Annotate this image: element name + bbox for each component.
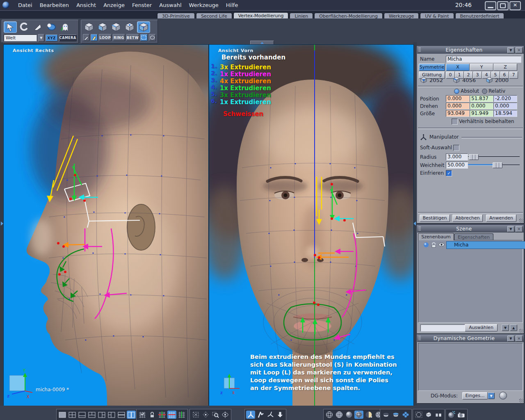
size-x-field[interactable]: 93.049	[446, 110, 470, 117]
lock-snap-button[interactable]	[148, 411, 157, 419]
keep-ratio-label[interactable]: Verhältnis beibehalten	[459, 119, 514, 124]
menu-bearbeiten[interactable]: Bearbeiten	[36, 1, 73, 9]
keep-ratio-checkbox[interactable]	[452, 119, 458, 125]
properties-panel-titlebar[interactable]: Eigenschaften ▼ ×	[417, 46, 524, 54]
rotate-y-field[interactable]: 0.000	[470, 103, 493, 110]
orbit-tool-button[interactable]	[45, 22, 57, 32]
betw-button[interactable]: BETW	[126, 34, 139, 41]
layout-two-rows-button[interactable]	[117, 411, 126, 419]
panel-resize-grip[interactable]	[519, 329, 523, 333]
layout-top-big-button[interactable]	[78, 411, 87, 419]
hiddenline-sphere-button[interactable]	[335, 411, 344, 419]
petal-cluster-button[interactable]	[401, 411, 410, 419]
duplicate-boxes-button[interactable]	[434, 411, 443, 419]
rotate-x-field[interactable]: 0.000	[446, 103, 470, 110]
soft-select-checkbox[interactable]	[453, 145, 459, 151]
panel-close-button[interactable]: ×	[516, 226, 523, 232]
freeze-checkbox[interactable]: ✓	[446, 170, 452, 176]
relative-label[interactable]: Relativ	[488, 88, 505, 94]
world-space-dropdown-icon[interactable]: ▼	[38, 34, 44, 42]
layout-quad-button[interactable]	[68, 411, 77, 419]
layout-top-split-button[interactable]	[87, 411, 96, 419]
dg-panel-titlebar[interactable]: Dynamische Geometrie ▼ ×	[417, 335, 524, 342]
world-space-select[interactable]: Welt	[4, 34, 37, 41]
ring-button[interactable]: RING	[113, 34, 125, 41]
light-sphere-button[interactable]	[447, 411, 456, 419]
look-at-button[interactable]	[221, 411, 230, 419]
loop-button[interactable]: LOOP	[99, 34, 112, 41]
scene-tree-area[interactable]: Micha	[418, 240, 523, 323]
maximize-button[interactable]	[497, 1, 509, 10]
drag-handle-icon[interactable]	[418, 336, 421, 341]
layout-two-cols-button[interactable]	[127, 411, 136, 419]
symmetry-x-button[interactable]: X	[446, 64, 470, 71]
layout-single-button[interactable]	[58, 411, 67, 419]
marquee-select-button[interactable]	[140, 34, 147, 41]
menu-werkzeuge[interactable]: Werkzeuge	[185, 1, 222, 9]
panel-close-button[interactable]: ×	[516, 47, 523, 53]
select-by-name-button[interactable]: Auswählen	[465, 324, 498, 331]
radius-input[interactable]: 3.000	[446, 153, 468, 160]
shaded-sphere-button[interactable]	[345, 411, 354, 419]
menu-auswahl[interactable]: Auswahl	[155, 1, 185, 9]
confirm-button[interactable]: Bestätigen	[420, 215, 450, 222]
paint-select-button[interactable]	[91, 34, 97, 41]
extruded-prism-button[interactable]	[424, 411, 433, 419]
scale-tool-button[interactable]	[32, 22, 44, 32]
viewport-front-view[interactable]: z X Ansicht Vorn Bereits vorhanden 1.3x …	[209, 44, 414, 406]
extrude-down-button[interactable]	[276, 411, 285, 419]
relative-radio[interactable]	[482, 89, 487, 94]
move-down-button[interactable]: ▼	[502, 324, 509, 331]
manipulator-scale-button[interactable]	[266, 411, 275, 419]
menu-anzeige[interactable]: Anzeige	[100, 1, 128, 9]
drag-handle-icon[interactable]	[418, 226, 421, 231]
rotate-z-field[interactable]: 0.000	[493, 103, 517, 110]
cancel-button[interactable]: Abbrechen	[452, 215, 483, 222]
halftone-sphere-button[interactable]	[364, 411, 373, 419]
position-y-field[interactable]: 51.837	[470, 95, 493, 102]
panel-resize-grip[interactable]	[519, 399, 523, 403]
radius-slider[interactable]	[468, 154, 520, 160]
menu-fenster[interactable]: Fenster	[128, 1, 155, 9]
move-up-button[interactable]: ▲	[510, 324, 517, 331]
softness-input[interactable]: 50.000	[446, 162, 468, 169]
panel-close-button[interactable]: ×	[516, 336, 523, 342]
bowl-open-button[interactable]	[381, 411, 390, 419]
scene-filter-input[interactable]	[420, 324, 466, 331]
smoothing-level-7[interactable]: 7	[509, 71, 518, 79]
scene-tree-tab[interactable]: Szenenbaum	[418, 233, 454, 240]
bowl-capped-button[interactable]	[391, 411, 400, 419]
fit-view-button[interactable]	[191, 411, 200, 419]
symmetry-button[interactable]: Symmetrie	[419, 64, 445, 71]
panel-collapse-button[interactable]: ▼	[507, 226, 514, 232]
grid-snap-button[interactable]	[138, 411, 147, 419]
minimize-button[interactable]	[485, 1, 496, 10]
camera-button[interactable]: CAMERA	[59, 34, 77, 41]
shaded-wire-sphere-button[interactable]	[354, 411, 363, 419]
lasso-select-button[interactable]	[149, 34, 156, 41]
menu-datei[interactable]: Datei	[14, 1, 36, 9]
viewport-right-view[interactable]: Y z X Ansicht Rechts micha-0009 *	[3, 44, 209, 406]
zoom-region-button[interactable]	[211, 411, 220, 419]
close-button[interactable]: ×	[509, 1, 521, 10]
position-x-field[interactable]: 0.000	[446, 95, 470, 102]
dg-mode-select[interactable]: Einges...	[462, 392, 488, 399]
softness-slider[interactable]	[468, 162, 520, 168]
absolute-label[interactable]: Absolut	[461, 88, 479, 94]
symmetry-y-button[interactable]: Y	[470, 64, 493, 71]
vertex-mode-button[interactable]	[96, 22, 109, 32]
layout-right-big-button[interactable]	[107, 411, 116, 419]
manipulator-move-button[interactable]	[246, 411, 255, 419]
dg-mode-dropdown-icon[interactable]: ▼	[488, 393, 495, 399]
name-input[interactable]: Micha	[446, 56, 521, 63]
multi-mode-button[interactable]	[137, 21, 150, 33]
freeze-label[interactable]: Einfrieren	[420, 170, 444, 176]
scene-panel-titlebar[interactable]: Szene ▼ ×	[417, 225, 524, 233]
soft-select-label[interactable]: Soft-Auswahl	[420, 145, 452, 151]
grid-vertical-snap-button[interactable]	[177, 411, 186, 419]
xyz-button[interactable]: XYZ	[46, 34, 58, 41]
menu-hilfe[interactable]: Hilfe	[222, 1, 242, 9]
caged-sphere-button[interactable]	[414, 411, 423, 419]
size-y-field[interactable]: 91.949	[470, 110, 493, 117]
manipulator-rotate-button[interactable]	[256, 411, 265, 419]
